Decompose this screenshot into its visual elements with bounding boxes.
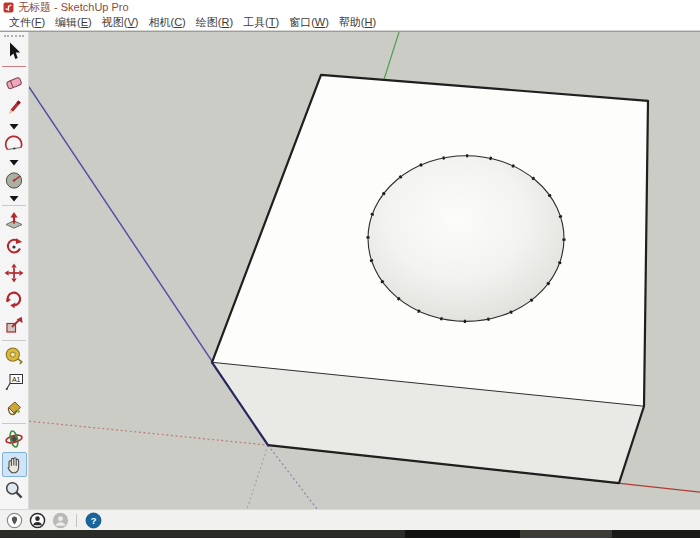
menu-item-draw[interactable]: 绘图(R) (191, 15, 238, 30)
tool-follow-me[interactable] (1, 234, 27, 260)
menu-label: 文件 (9, 16, 31, 28)
tool-scale[interactable] (1, 312, 27, 338)
arc-tool-dropdown[interactable] (1, 157, 27, 167)
menu-item-window[interactable]: 窗口(W) (284, 15, 334, 30)
toolbar-divider (2, 66, 26, 67)
menu-item-file[interactable]: 文件(F) (4, 15, 50, 30)
text-icon: A1 (4, 372, 24, 392)
tool-paint-bucket[interactable] (1, 395, 27, 421)
orbit-icon (4, 429, 24, 449)
zoom-icon (4, 480, 24, 500)
title-bar: 无标题 - SketchUp Pro (0, 0, 700, 15)
viewport[interactable] (29, 32, 700, 509)
menu-item-view[interactable]: 视图(V) (97, 15, 144, 30)
tool-rotate[interactable] (1, 286, 27, 312)
tool-circle[interactable] (1, 167, 27, 193)
credit-attribution-button[interactable] (28, 511, 46, 529)
tape-measure-icon (4, 346, 24, 366)
rotate-icon (4, 289, 24, 309)
tool-move[interactable] (1, 260, 27, 286)
chevron-down-icon (9, 195, 19, 202)
menu-item-camera[interactable]: 相机(C) (143, 15, 190, 30)
circle-tool-dropdown[interactable] (1, 193, 27, 203)
follow-me-icon (4, 237, 24, 257)
toolbar-divider (2, 205, 26, 206)
geolocation-button[interactable] (5, 511, 23, 529)
tool-text[interactable]: A1 (1, 369, 27, 395)
statusbar-separator (76, 514, 77, 527)
sign-in-button[interactable] (51, 511, 69, 529)
paint-bucket-icon (4, 398, 24, 418)
toolbar-grip[interactable] (4, 35, 24, 37)
toolbar-divider (2, 423, 26, 424)
tool-zoom[interactable] (1, 477, 27, 503)
tool-pan[interactable] (2, 452, 27, 477)
geolocation-icon (6, 512, 23, 529)
taskbar-strip (0, 530, 700, 538)
tool-eraser[interactable] (1, 69, 27, 95)
signin-person-icon (52, 512, 69, 529)
chevron-down-icon (9, 159, 19, 166)
menu-bar: 文件(F) 编辑(E) 视图(V) 相机(C) 绘图(R) 工具(T) 窗口(W… (0, 15, 700, 31)
main-content: A1 (0, 31, 700, 509)
drawing-canvas[interactable] (29, 32, 700, 509)
select-icon (4, 41, 24, 61)
tool-tape-measure[interactable] (1, 343, 27, 369)
chevron-down-icon (9, 123, 19, 130)
toolbar-divider (2, 340, 26, 341)
push-pull-icon (4, 211, 24, 231)
tool-line[interactable] (1, 95, 27, 121)
line-tool-dropdown[interactable] (1, 121, 27, 131)
credit-person-icon (29, 512, 46, 529)
tool-select[interactable] (1, 38, 27, 64)
menu-label: 绘图 (196, 16, 218, 28)
tool-push-pull[interactable] (1, 208, 27, 234)
taskbar-segment (405, 530, 520, 538)
move-icon (4, 263, 24, 283)
menu-label: 相机 (148, 16, 170, 28)
menu-item-tools[interactable]: 工具(T) (238, 15, 284, 30)
eraser-icon (4, 72, 24, 92)
help-button[interactable]: ? (84, 511, 102, 529)
line-icon (4, 98, 24, 118)
tool-palette: A1 (0, 32, 29, 509)
pan-icon (4, 455, 24, 475)
status-bar: ? (0, 509, 700, 530)
menu-label: 窗口 (289, 16, 311, 28)
help-icon: ? (85, 512, 102, 529)
menu-item-help[interactable]: 帮助(H) (334, 15, 381, 30)
svg-text:A1: A1 (12, 376, 21, 383)
arc-icon (4, 134, 24, 154)
svg-text:?: ? (90, 515, 96, 525)
circle-icon (4, 170, 24, 190)
menu-label: 工具 (243, 16, 265, 28)
menu-label: 帮助 (339, 16, 361, 28)
menu-label: 视图 (102, 16, 124, 28)
tool-arc[interactable] (1, 131, 27, 157)
scale-icon (4, 315, 24, 335)
sketchup-logo-icon (3, 2, 14, 13)
dome-surface[interactable] (368, 156, 564, 322)
window-title: 无标题 - SketchUp Pro (18, 2, 129, 13)
taskbar-segment (612, 530, 700, 538)
menu-label: 编辑 (55, 16, 77, 28)
taskbar-segment (520, 530, 612, 538)
menu-item-edit[interactable]: 编辑(E) (50, 15, 97, 30)
tool-orbit[interactable] (1, 426, 27, 452)
